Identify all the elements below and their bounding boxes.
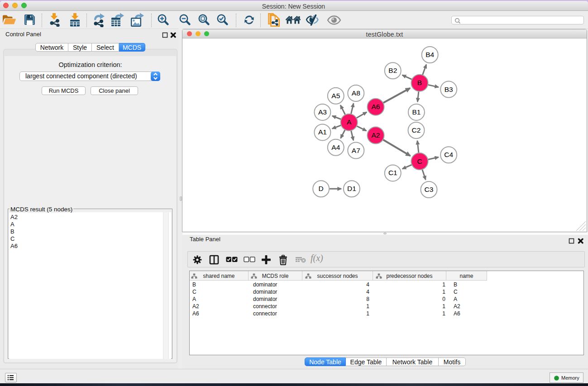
svg-text:A: A [347, 118, 352, 126]
svg-text:C1: C1 [388, 169, 397, 176]
svg-text:A7: A7 [352, 147, 360, 154]
svg-text:C4: C4 [444, 151, 453, 158]
svg-text:B4: B4 [425, 51, 434, 58]
svg-text:A1: A1 [318, 128, 327, 136]
svg-text:A8: A8 [352, 89, 360, 97]
svg-text:A4: A4 [331, 143, 340, 151]
svg-text:C2: C2 [412, 126, 421, 134]
svg-text:B2: B2 [388, 67, 397, 74]
svg-text:A3: A3 [318, 108, 327, 116]
svg-text:C: C [417, 157, 422, 165]
svg-text:B3: B3 [445, 86, 453, 93]
svg-text:B: B [417, 79, 422, 86]
svg-text:B1: B1 [412, 108, 421, 116]
svg-text:D: D [319, 185, 324, 192]
svg-text:A5: A5 [331, 92, 340, 100]
svg-text:A6: A6 [372, 103, 380, 110]
svg-text:D1: D1 [347, 185, 356, 192]
svg-text:C3: C3 [425, 186, 434, 193]
svg-text:A2: A2 [372, 131, 380, 139]
